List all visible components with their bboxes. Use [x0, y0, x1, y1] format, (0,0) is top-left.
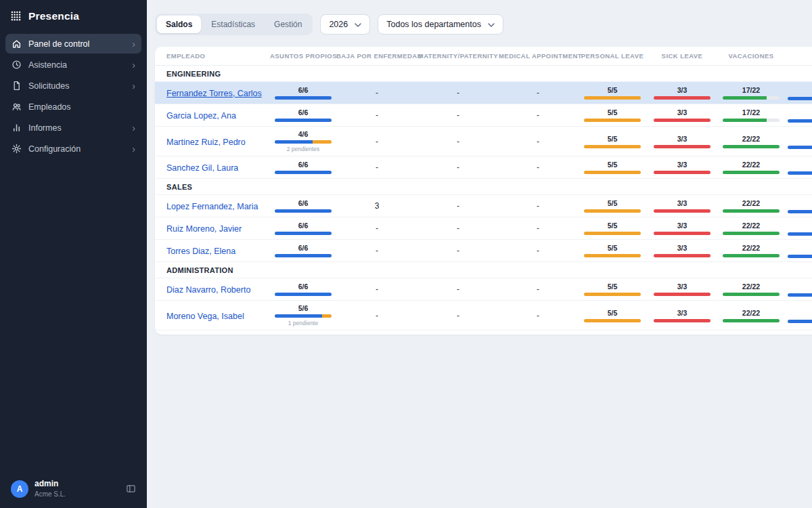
- balance-progress-bar: [275, 293, 332, 296]
- bar-segment: [654, 319, 710, 322]
- brand: Presencia: [0, 0, 147, 31]
- tab-estadisticas[interactable]: Estadísticas: [202, 16, 264, 33]
- bar-segment: [313, 140, 332, 144]
- balance-bar-cell: 6/6: [270, 108, 336, 122]
- empty-balance-cell: -: [336, 110, 418, 120]
- balance-label: 5/5: [608, 135, 618, 143]
- employee-name-link[interactable]: Moreno Vega, Isabel: [166, 312, 244, 321]
- empty-balance-cell: -: [336, 284, 418, 294]
- sidebar-footer: A admin Acme S.L.: [0, 469, 147, 508]
- balance-progress-bar: [275, 314, 332, 318]
- employee-row: Diaz Navarro, Roberto6/6---5/53/322/22: [155, 278, 812, 301]
- sidebar-nav: Panel de control › Asistencia › Solicitu…: [0, 31, 147, 161]
- balance-label: 22/22: [742, 244, 760, 252]
- empty-balance-cell: -: [499, 246, 577, 255]
- balance-label: 3/3: [677, 161, 687, 169]
- employee-name-link[interactable]: Garcia Lopez, Ana: [166, 111, 236, 121]
- sidebar-item-panel-de-control[interactable]: Panel de control ›: [5, 34, 141, 54]
- balance-bar-cell: 22/22: [717, 221, 786, 235]
- sidebar-item-solicitudes[interactable]: Solicitudes ›: [5, 76, 141, 96]
- employee-cell: Martinez Ruiz, Pedro: [155, 135, 270, 148]
- balance-progress-bar: [788, 232, 812, 236]
- column-header-vacaciones: Vacaciones: [717, 52, 786, 60]
- bar-segment: [584, 319, 641, 322]
- balance-bar-cell: 6/6: [270, 244, 336, 257]
- overflow-balance-bar-cell: [786, 308, 812, 323]
- balance-bar-cell: 3/3: [648, 161, 717, 174]
- balance-progress-bar: [788, 210, 812, 213]
- sidebar-item-informes[interactable]: Informes ›: [5, 118, 141, 137]
- empty-value: -: [376, 246, 378, 255]
- balance-bar-cell: 5/5: [577, 199, 648, 213]
- balance-progress-bar: [788, 320, 812, 323]
- balance-progress-bar: [654, 254, 710, 257]
- sidebar-item-empleados[interactable]: Empleados: [5, 97, 141, 117]
- balance-bar-cell: 22/22: [717, 282, 786, 296]
- empty-balance-cell: -: [336, 311, 418, 320]
- balance-label: 6/6: [298, 244, 309, 252]
- employee-cell: Lopez Fernandez, Maria: [155, 200, 270, 212]
- balance-bar-cell: 5/5: [577, 309, 648, 322]
- balance-progress-bar: [654, 293, 710, 296]
- department-select[interactable]: Todos los departamentos: [378, 14, 503, 35]
- balance-bar-cell: 3/3: [648, 86, 717, 100]
- employee-name-link[interactable]: Fernandez Torres, Carlos: [166, 89, 262, 98]
- balance-bar-cell: 5/5: [577, 282, 648, 296]
- chevron-down-icon: [488, 20, 495, 29]
- balance-label: 22/22: [742, 282, 760, 291]
- balance-value-cell: 3: [336, 201, 418, 211]
- tab-gestion[interactable]: Gestión: [265, 16, 311, 33]
- balance-progress-bar: [723, 232, 780, 235]
- sidebar-item-asistencia[interactable]: Asistencia ›: [5, 55, 141, 75]
- user-company: Acme S.L.: [35, 490, 66, 499]
- document-icon: [12, 81, 22, 91]
- employee-name-link[interactable]: Sanchez Gil, Laura: [166, 163, 238, 173]
- balance-label: 17/22: [742, 108, 760, 117]
- employee-name-link[interactable]: Torres Diaz, Elena: [166, 247, 235, 256]
- balance-progress-bar: [584, 319, 641, 322]
- balance-bar-cell: 5/5: [577, 108, 648, 122]
- empty-balance-cell: -: [418, 224, 499, 233]
- users-icon: [12, 102, 22, 112]
- empty-balance-cell: -: [499, 88, 577, 98]
- empty-value: -: [457, 224, 459, 233]
- employee-name-link[interactable]: Lopez Fernandez, Maria: [166, 202, 258, 211]
- toolbar: Saldos Estadísticas Gestión 2026 Todos l…: [155, 14, 812, 35]
- empty-value: -: [537, 284, 539, 294]
- empty-value: -: [457, 110, 459, 120]
- department-select-value: Todos los departamentos: [386, 20, 481, 29]
- balance-bar-cell: 6/6: [270, 161, 336, 174]
- bar-segment: [788, 119, 812, 123]
- employee-name-link[interactable]: Martinez Ruiz, Pedro: [166, 137, 246, 147]
- balance-progress-bar: [275, 96, 332, 100]
- balance-progress-bar: [654, 319, 710, 322]
- balance-bar-cell: 3/3: [648, 244, 717, 257]
- bar-segment: [654, 119, 710, 122]
- balance-bar-cell: 5/61 pendiente: [270, 304, 336, 326]
- empty-balance-cell: -: [336, 137, 418, 146]
- balance-bar-cell: 17/22: [717, 86, 786, 100]
- empty-balance-cell: -: [499, 137, 577, 146]
- bar-segment: [654, 293, 710, 296]
- employee-name-link[interactable]: Ruiz Moreno, Javier: [166, 224, 242, 234]
- balance-value: 3: [375, 201, 380, 211]
- empty-value: -: [537, 246, 539, 255]
- balance-progress-bar: [654, 209, 710, 213]
- sidebar-item-label: Configuración: [28, 144, 81, 154]
- bar-segment: [788, 146, 812, 149]
- employee-name-link[interactable]: Diaz Navarro, Roberto: [166, 285, 250, 295]
- column-header-medical-appointment: Medical appointment: [499, 52, 577, 60]
- balance-progress-bar: [584, 293, 641, 296]
- app-logo-icon: [11, 11, 22, 22]
- collapse-sidebar-button[interactable]: [126, 484, 136, 494]
- balance-bar-cell: 3/3: [648, 135, 717, 148]
- bar-segment: [584, 293, 641, 296]
- balance-label: 5/5: [608, 108, 618, 117]
- tab-saldos[interactable]: Saldos: [157, 16, 201, 33]
- empty-value: -: [537, 88, 539, 98]
- employee-cell: Diaz Navarro, Roberto: [155, 283, 270, 295]
- department-section-row: SALES: [155, 179, 812, 195]
- balance-bar-cell: 5/5: [577, 221, 648, 235]
- sidebar-item-configuracion[interactable]: Configuración ›: [5, 139, 141, 158]
- year-select[interactable]: 2026: [320, 14, 370, 35]
